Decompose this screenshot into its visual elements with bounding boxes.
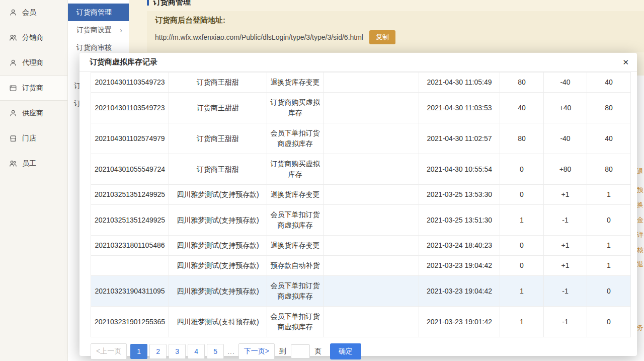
sidebar-item-agent[interactable]: 代理商: [0, 50, 67, 76]
orderer-icon: [9, 84, 17, 92]
page-title: 订货商管理: [153, 0, 191, 7]
goto-page-input[interactable]: [291, 344, 310, 358]
address-label: 订货商后台登陆地址:: [155, 16, 636, 25]
table-cell: 1: [500, 205, 544, 236]
table-cell: 202103231904311095: [91, 276, 169, 307]
table-cell: 1: [587, 185, 631, 205]
supplier-icon: [9, 109, 17, 117]
confirm-button[interactable]: 确定: [330, 343, 361, 359]
table-cell: 四川雅梦测试(支持预存款): [169, 307, 267, 337]
table-cell: [324, 307, 419, 337]
table-row: 202103231901255365四川雅梦测试(支持预存款)会员下单扣订货商虚…: [91, 307, 631, 337]
table-cell: 202103251351249925: [91, 185, 169, 205]
goto-prefix-label: 到: [279, 347, 286, 356]
submenu-item-orderer-manage[interactable]: 订货商管理: [68, 4, 129, 21]
table-cell: 202104301102574979: [91, 123, 169, 154]
store-icon: [9, 134, 17, 142]
sidebar-item-staff[interactable]: 员工: [0, 151, 67, 176]
chevron-right-icon: ›: [120, 21, 122, 39]
background-link-fragment-5[interactable]: 详: [637, 231, 643, 240]
table-cell: 1: [587, 256, 631, 276]
table-cell: 会员下单扣订货商虚拟库存: [267, 276, 324, 307]
background-link-fragment-6[interactable]: 核: [637, 246, 643, 255]
table-cell: 2021-04-30 11:02:57: [419, 123, 500, 154]
table-cell: 四川雅梦测试(支持预存款): [169, 276, 267, 307]
page-button-5[interactable]: 5: [207, 344, 224, 359]
table-cell: 订货商王甜甜: [169, 73, 267, 93]
background-link-fragment-1[interactable]: 退: [637, 167, 643, 176]
table-cell: 80: [587, 154, 631, 185]
table-cell: 四川雅梦测试(支持预存款): [169, 256, 267, 276]
table-cell: [324, 276, 419, 307]
copy-button[interactable]: 复制: [369, 30, 395, 44]
table-cell: 80: [587, 93, 631, 123]
page-button-3[interactable]: 3: [169, 344, 186, 359]
sidebar-item-orderer[interactable]: 订货商: [0, 76, 67, 101]
sidebar-item-label: 订货商: [22, 84, 43, 93]
address-panel: 订货商后台登陆地址: http://m.wfx.wxfenxiao.com/Pu…: [147, 11, 644, 52]
submenu-item-orderer-settings[interactable]: 订货商设置›: [68, 21, 129, 39]
submenu-item-label: 订货商管理: [76, 8, 112, 16]
table-cell: 0: [587, 276, 631, 307]
distributor-icon: [9, 34, 17, 42]
background-link-fragment-4[interactable]: 金: [637, 215, 643, 225]
table-cell: 1: [587, 236, 631, 256]
table-cell: 会员下单扣订货商虚拟库存: [267, 205, 324, 236]
table-cell: 1: [500, 276, 544, 307]
table-cell: -40: [544, 123, 587, 154]
next-page-button[interactable]: 下一页>: [238, 343, 275, 359]
page-button-2[interactable]: 2: [149, 344, 167, 359]
table-cell: 2021-03-25 13:53:30: [419, 185, 500, 205]
table-cell: 2021-03-23 19:04:42: [419, 276, 500, 307]
table-row: 202103251351249925四川雅梦测试(支持预存款)退换货库存变更20…: [91, 185, 631, 205]
table-cell: 四川雅梦测试(支持预存款): [169, 185, 267, 205]
table-row: 202103231801105486四川雅梦测试(支持预存款)退换货库存变更20…: [91, 236, 631, 256]
table-cell: 0: [500, 185, 544, 205]
table-cell: 1: [500, 307, 544, 337]
table-cell: [324, 73, 419, 93]
table-cell: 40: [500, 93, 544, 123]
close-icon[interactable]: ✕: [622, 58, 629, 67]
sidebar: 会员分销商代理商订货商供应商门店员工: [0, 0, 68, 361]
table-cell: 202104301103549723: [91, 93, 169, 123]
agent-icon: [9, 59, 17, 67]
table-row: 四川雅梦测试(支持预存款)预存款自动补货2021-03-23 19:04:420…: [91, 256, 631, 276]
page-button-1[interactable]: 1: [130, 344, 147, 359]
background-link-fragment-3[interactable]: 换: [637, 200, 643, 209]
sidebar-item-supplier[interactable]: 供应商: [0, 101, 67, 126]
sidebar-item-label: 员工: [22, 159, 36, 168]
prev-page-button[interactable]: <上一页: [91, 343, 127, 359]
table-cell: 订货商王甜甜: [169, 154, 267, 185]
table-row: 202103251351249925四川雅梦测试(支持预存款)会员下单扣订货商虚…: [91, 205, 631, 236]
sidebar-item-store[interactable]: 门店: [0, 126, 67, 151]
table-cell: 四川雅梦测试(支持预存款): [169, 205, 267, 236]
table-cell: [324, 123, 419, 154]
page-button-4[interactable]: 4: [188, 344, 205, 359]
table-cell: +80: [544, 154, 587, 185]
sidebar-item-distributor[interactable]: 分销商: [0, 25, 67, 50]
table-cell: -1: [544, 276, 587, 307]
background-link-fragment-2[interactable]: 预: [637, 185, 643, 194]
table-cell: +40: [544, 93, 587, 123]
table-cell: 订货商购买虚拟库存: [267, 93, 324, 123]
table-cell: 202103231801105486: [91, 236, 169, 256]
table-cell: 2021-03-23 19:01:42: [419, 307, 500, 337]
table-cell: -40: [544, 73, 587, 93]
address-url: http://m.wfx.wxfenxiao.com/Public/dlsLog…: [155, 33, 363, 41]
table-cell: 80: [500, 123, 544, 154]
member-icon: [9, 9, 17, 17]
table-cell: -1: [544, 307, 587, 337]
sidebar-item-label: 代理商: [22, 58, 43, 67]
table-cell: +1: [544, 256, 587, 276]
background-link-fragment-8[interactable]: 务: [637, 323, 643, 332]
table-cell: 退换货库存变更: [267, 236, 324, 256]
table-row: 202103231904311095四川雅梦测试(支持预存款)会员下单扣订货商虚…: [91, 276, 631, 307]
table-cell: 40: [587, 73, 631, 93]
staff-icon: [9, 160, 17, 168]
table-cell: 订货商王甜甜: [169, 123, 267, 154]
sidebar-item-member[interactable]: 会员: [0, 0, 67, 25]
background-link-fragment-7[interactable]: 退: [637, 260, 643, 269]
table-cell: 2021-04-30 11:05:49: [419, 73, 500, 93]
table-cell: 0: [587, 307, 631, 337]
table-cell: 2021-04-30 11:03:53: [419, 93, 500, 123]
